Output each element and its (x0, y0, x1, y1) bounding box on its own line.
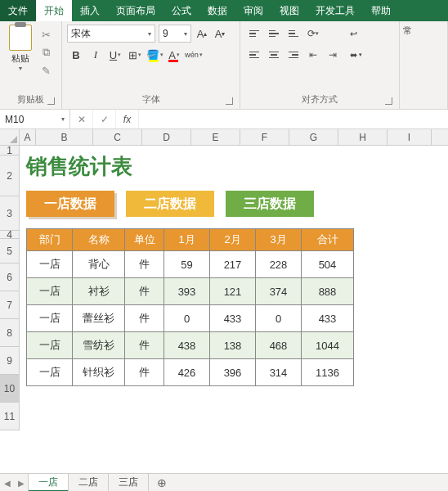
indent-decrease-icon[interactable]: ⇤ (304, 46, 322, 64)
menu-tab-home[interactable]: 开始 (36, 0, 72, 21)
table-cell[interactable]: 雪纺衫 (73, 332, 125, 359)
table-cell[interactable]: 138 (210, 332, 256, 359)
menu-tab-view[interactable]: 视图 (271, 0, 307, 21)
table-cell[interactable]: 一店 (27, 278, 73, 305)
table-cell[interactable]: 一店 (27, 359, 73, 386)
sheet-nav-prev-icon[interactable]: ◀ (0, 474, 14, 491)
font-size-select[interactable]: 9 ▾ (159, 25, 191, 43)
table-cell[interactable]: 888 (302, 278, 354, 305)
row-header[interactable]: 3 (0, 196, 19, 231)
table-cell[interactable]: 蕾丝衫 (73, 305, 125, 332)
table-cell[interactable]: 228 (256, 251, 302, 278)
row-header[interactable]: 1 (0, 146, 19, 155)
store-tab-3[interactable]: 三店数据 (226, 191, 314, 217)
table-cell[interactable]: 217 (210, 251, 256, 278)
table-cell[interactable]: 393 (164, 278, 210, 305)
table-cell[interactable]: 438 (164, 332, 210, 359)
format-painter-icon[interactable]: ✎ (39, 64, 52, 77)
sheet-tab[interactable]: 三店 (109, 474, 149, 492)
menu-tab-review[interactable]: 审阅 (235, 0, 271, 21)
row-header[interactable]: 4 (0, 231, 19, 239)
sheet-tab[interactable]: 二店 (69, 474, 109, 492)
menu-tab-insert[interactable]: 插入 (72, 0, 108, 21)
merge-button[interactable]: ⬌▾ (350, 46, 394, 64)
formula-input[interactable] (139, 110, 448, 128)
table-cell[interactable]: 针织衫 (73, 359, 125, 386)
table-cell[interactable]: 314 (256, 359, 302, 386)
row-header[interactable]: 6 (0, 264, 19, 291)
phonetic-button[interactable]: wén▾ (185, 46, 203, 64)
table-cell[interactable]: 1044 (302, 332, 354, 359)
table-cell[interactable]: 件 (125, 332, 164, 359)
table-cell[interactable]: 59 (164, 251, 210, 278)
name-box[interactable]: M10 ▾ (0, 110, 70, 128)
column-header[interactable]: G (289, 129, 338, 145)
table-cell[interactable]: 件 (125, 278, 164, 305)
fill-color-button[interactable]: 🪣▾ (146, 46, 164, 64)
column-header[interactable]: A (20, 129, 36, 145)
table-cell[interactable]: 504 (302, 251, 354, 278)
row-header[interactable]: 11 (0, 403, 19, 430)
align-center-icon[interactable] (265, 46, 283, 64)
table-cell[interactable]: 件 (125, 251, 164, 278)
sheet-nav-next-icon[interactable]: ▶ (14, 474, 28, 491)
font-name-select[interactable]: 宋体 ▾ (67, 25, 155, 43)
menu-tab-formula[interactable]: 公式 (164, 0, 199, 21)
align-left-icon[interactable] (245, 46, 263, 64)
table-cell[interactable]: 衬衫 (73, 278, 125, 305)
column-header[interactable]: F (240, 129, 289, 145)
column-header[interactable]: D (142, 129, 191, 145)
table-cell[interactable]: 396 (210, 359, 256, 386)
sheet-tab[interactable]: 一店 (29, 474, 69, 492)
cancel-formula-icon[interactable]: ✕ (70, 110, 93, 128)
table-cell[interactable]: 121 (210, 278, 256, 305)
underline-button[interactable]: U▾ (106, 46, 124, 64)
table-cell[interactable]: 433 (210, 305, 256, 332)
table-cell[interactable]: 468 (256, 332, 302, 359)
menu-tab-dev[interactable]: 开发工具 (307, 0, 363, 21)
align-right-icon[interactable] (284, 46, 302, 64)
paste-button[interactable]: 粘贴 ▾ (5, 25, 36, 72)
number-format-select[interactable]: 常 (403, 25, 444, 37)
row-header[interactable]: 9 (0, 347, 19, 375)
wrap-text-button[interactable]: ↩ (350, 25, 394, 43)
table-cell[interactable]: 一店 (27, 332, 73, 359)
bold-button[interactable]: B (67, 46, 85, 64)
column-header[interactable]: B (36, 129, 93, 145)
table-cell[interactable]: 一店 (27, 251, 73, 278)
column-header[interactable]: E (191, 129, 240, 145)
increase-font-icon[interactable]: A▴ (195, 25, 209, 42)
table-cell[interactable]: 426 (164, 359, 210, 386)
row-header[interactable]: 7 (0, 291, 19, 319)
orientation-icon[interactable]: ⟳▾ (304, 25, 322, 43)
store-tab-2[interactable]: 二店数据 (126, 191, 214, 217)
align-top-icon[interactable] (245, 25, 263, 43)
indent-increase-icon[interactable]: ⇥ (324, 46, 342, 64)
menu-tab-help[interactable]: 帮助 (363, 0, 392, 21)
copy-icon[interactable]: ⧉ (39, 46, 52, 59)
select-all-corner[interactable] (0, 129, 20, 146)
table-cell[interactable]: 一店 (27, 305, 73, 332)
align-bottom-icon[interactable] (284, 25, 302, 43)
table-cell[interactable]: 件 (125, 359, 164, 386)
italic-button[interactable]: I (87, 46, 105, 64)
cut-icon[interactable]: ✂ (39, 28, 52, 41)
font-color-button[interactable]: A▾ (165, 46, 183, 64)
row-header[interactable]: 8 (0, 319, 19, 347)
table-cell[interactable]: 件 (125, 305, 164, 332)
column-header[interactable]: I (388, 129, 432, 145)
store-tab-1[interactable]: 一店数据 (26, 191, 114, 217)
menu-tab-data[interactable]: 数据 (199, 0, 235, 21)
row-header[interactable]: 10 (0, 375, 19, 403)
column-header[interactable]: H (338, 129, 388, 145)
table-cell[interactable]: 0 (164, 305, 210, 332)
row-header[interactable]: 5 (0, 239, 19, 264)
fx-icon[interactable]: fx (116, 110, 139, 128)
table-cell[interactable]: 0 (256, 305, 302, 332)
table-cell[interactable]: 374 (256, 278, 302, 305)
menu-tab-file[interactable]: 文件 (0, 0, 36, 21)
confirm-formula-icon[interactable]: ✓ (93, 110, 116, 128)
menu-tab-layout[interactable]: 页面布局 (108, 0, 164, 21)
table-cell[interactable]: 背心 (73, 251, 125, 278)
table-cell[interactable]: 433 (302, 305, 354, 332)
